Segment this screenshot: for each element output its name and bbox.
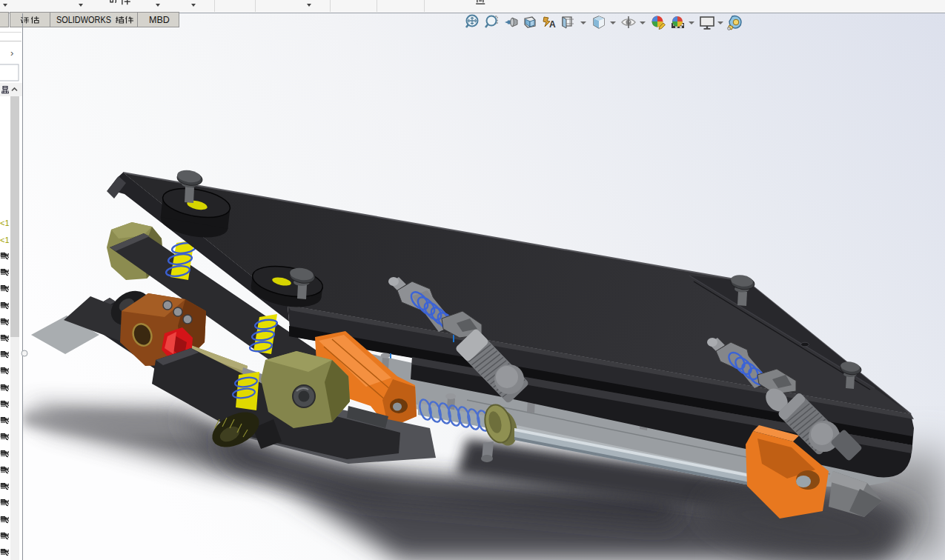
svg-text:<1: <1 — [0, 219, 10, 227]
svg-text:MBD: MBD — [149, 15, 170, 25]
svg-text:A: A — [549, 19, 556, 30]
svg-text:SOLIDWORKS: SOLIDWORKS — [56, 15, 111, 25]
svg-text:<1: <1 — [0, 236, 10, 244]
svg-text:›: › — [10, 47, 13, 59]
